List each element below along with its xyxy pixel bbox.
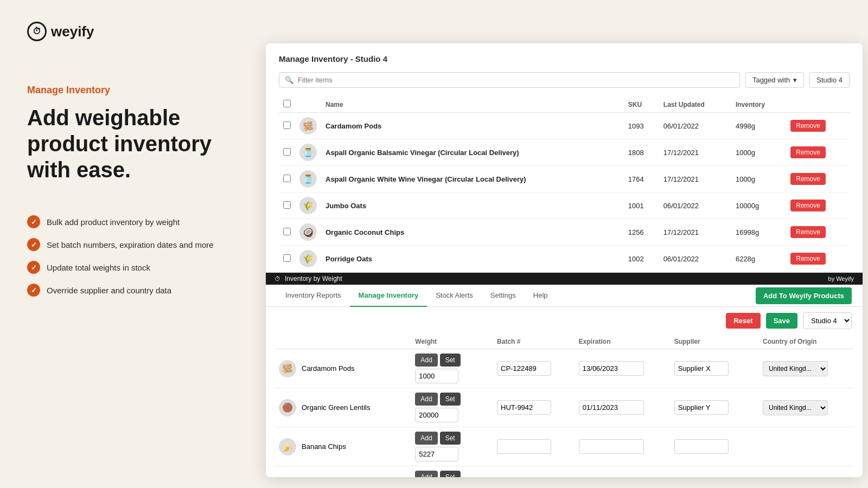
bottom-section: Inventory ReportsManage InventoryStock A…	[266, 285, 863, 477]
tagged-with-button[interactable]: Tagged with ▾	[745, 72, 804, 88]
top-section: Manage Inventory - Studio 4 🔍 Tagged wit…	[266, 43, 863, 273]
add-products-button[interactable]: Add To Weyify Products	[756, 287, 852, 304]
supplier-input[interactable]	[674, 400, 729, 415]
reset-button[interactable]: Reset	[726, 313, 760, 329]
table-row: 🫙 Aspall Organic Balsamic Vinegar (Circu…	[279, 139, 850, 166]
weight-input[interactable]	[415, 369, 458, 383]
prod-name: Organic Green Lentils	[302, 403, 370, 412]
search-box[interactable]: 🔍	[279, 72, 740, 88]
country-select[interactable]: United Kingd...	[763, 400, 828, 415]
search-icon: 🔍	[285, 76, 293, 84]
expiration-input[interactable]	[579, 400, 644, 415]
weyify-by: by Weyify	[828, 275, 854, 282]
remove-button[interactable]: Remove	[790, 173, 826, 185]
product-name: Aspall Organic White Wine Vinegar (Circu…	[321, 166, 624, 192]
prod-name: Banana Chips	[302, 442, 346, 451]
nav-tab-inventory-reports[interactable]: Inventory Reports	[277, 285, 350, 307]
batch-input[interactable]	[497, 361, 551, 376]
left-panel: ⏱ weyify Manage Inventory Add weighable …	[0, 0, 266, 488]
batch-input[interactable]	[497, 400, 551, 415]
remove-button[interactable]: Remove	[790, 200, 826, 211]
expiration-input[interactable]	[579, 439, 644, 454]
col-sku: SKU	[624, 97, 659, 113]
product-inventory: 4998g	[731, 113, 786, 139]
row-checkbox[interactable]	[283, 254, 291, 262]
products-table-wrapper: Weight Batch # Expiration Supplier Count…	[266, 335, 863, 477]
select-all-checkbox[interactable]	[283, 100, 291, 107]
feature-check-icon	[27, 284, 40, 297]
row-checkbox[interactable]	[283, 121, 291, 129]
nav-tab-manage-inventory[interactable]: Manage Inventory	[350, 285, 427, 307]
batch-input[interactable]	[497, 439, 551, 454]
product-row: 🍝 Fagioli Macaroni Add Set	[275, 466, 854, 478]
weyify-bar: ⏱ Inventory by Weight by Weyify	[266, 273, 863, 285]
table-row: 🌾 Porridge Oats 1002 06/01/2022 6228g Re…	[279, 246, 850, 272]
product-image: 🌾	[299, 197, 317, 214]
col-country: Country of Origin	[758, 335, 854, 349]
nav-tab-help[interactable]: Help	[525, 285, 557, 307]
save-button[interactable]: Save	[766, 313, 797, 329]
weyify-bar-title: Inventory by Weight	[285, 275, 342, 282]
table-row: 🥥 Organic Coconut Chips 1256 17/12/2021 …	[279, 219, 850, 246]
logo-text: weyify	[51, 23, 94, 40]
weight-input[interactable]	[415, 447, 458, 461]
features-list: Bulk add product inventory by weightSet …	[27, 215, 239, 297]
row-checkbox[interactable]	[283, 201, 291, 209]
product-name: Jumbo Oats	[321, 192, 624, 219]
set-button[interactable]: Set	[440, 471, 461, 477]
product-inventory: 1000g	[731, 166, 786, 192]
search-input[interactable]	[298, 76, 734, 84]
feature-item: Bulk add product inventory by weight	[27, 215, 239, 228]
set-button[interactable]: Set	[440, 432, 461, 445]
app-title: Manage Inventory - Studio 4	[279, 54, 850, 63]
tagged-chevron-icon: ▾	[793, 76, 797, 84]
product-sku: 1808	[624, 139, 659, 166]
prod-image: 🍌	[279, 438, 296, 455]
supplier-input[interactable]	[674, 361, 729, 376]
product-name: Organic Coconut Chips	[321, 219, 624, 246]
supplier-input[interactable]	[674, 439, 729, 454]
row-checkbox[interactable]	[283, 148, 291, 156]
weight-input[interactable]	[415, 408, 458, 422]
studio-badge: Studio 4	[809, 72, 850, 88]
add-button[interactable]: Add	[415, 354, 437, 367]
set-button[interactable]: Set	[440, 393, 461, 406]
nav-tab-settings[interactable]: Settings	[482, 285, 525, 307]
country-select[interactable]: United Kingd...	[763, 361, 828, 376]
col-batch: Batch #	[493, 335, 575, 349]
product-last-updated: 06/01/2022	[659, 246, 731, 272]
col-supplier: Supplier	[670, 335, 758, 349]
set-button[interactable]: Set	[440, 354, 461, 367]
app-window: Manage Inventory - Studio 4 🔍 Tagged wit…	[266, 43, 863, 477]
add-button[interactable]: Add	[415, 432, 437, 445]
product-last-updated: 17/12/2021	[659, 166, 731, 192]
prod-image: 🍝	[279, 477, 296, 478]
logo: ⏱ weyify	[27, 22, 239, 41]
remove-button[interactable]: Remove	[790, 226, 826, 238]
table-row: 🫙 Aspall Organic White Wine Vinegar (Cir…	[279, 166, 850, 192]
add-button[interactable]: Add	[415, 393, 437, 406]
remove-button[interactable]: Remove	[790, 253, 826, 265]
table-row: 🌾 Jumbo Oats 1001 06/01/2022 10000g Remo…	[279, 192, 850, 219]
add-button[interactable]: Add	[415, 471, 437, 477]
product-inventory: 10000g	[731, 192, 786, 219]
hero-title: Add weighable product inventory with eas…	[27, 105, 239, 183]
nav-tab-stock-alerts[interactable]: Stock Alerts	[427, 285, 482, 307]
remove-button[interactable]: Remove	[790, 146, 826, 158]
col-expiration: Expiration	[575, 335, 670, 349]
prod-name: Cardamom Pods	[302, 364, 355, 373]
prod-image: 🟤	[279, 399, 296, 416]
product-name: Cardamom Pods	[321, 113, 624, 139]
products-table: Weight Batch # Expiration Supplier Count…	[275, 335, 854, 477]
product-last-updated: 06/01/2022	[659, 113, 731, 139]
remove-button[interactable]: Remove	[790, 120, 826, 132]
feature-check-icon	[27, 261, 40, 274]
expiration-input[interactable]	[579, 361, 644, 376]
row-checkbox[interactable]	[283, 175, 291, 182]
row-checkbox[interactable]	[283, 228, 291, 235]
feature-check-icon	[27, 215, 40, 228]
section-label: Manage Inventory	[27, 85, 239, 96]
studio-select[interactable]: Studio 4	[803, 312, 852, 329]
feature-item: Update total weights in stock	[27, 261, 239, 274]
nav-tabs: Inventory ReportsManage InventoryStock A…	[266, 285, 863, 307]
